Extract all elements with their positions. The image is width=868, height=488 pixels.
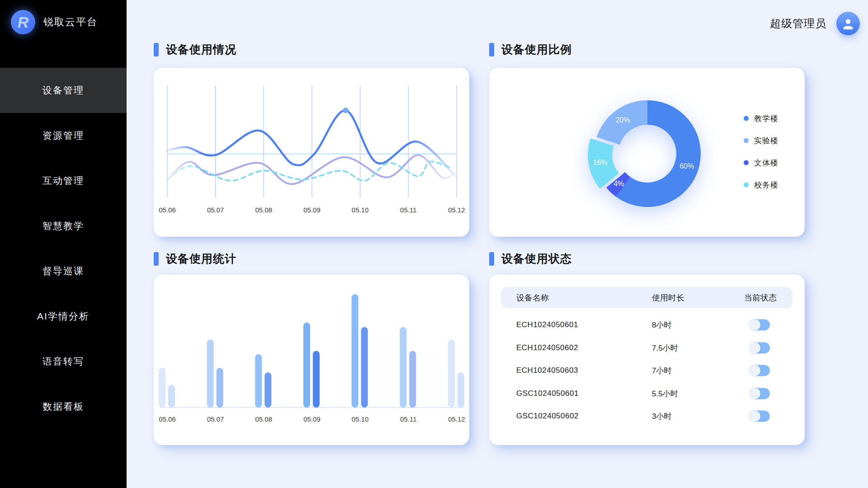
toggle-knob: [749, 319, 760, 331]
table-row-0: ECH10240506018小时: [501, 314, 793, 337]
sidebar: R 锐取云平台 设备管理资源管理互动管理智慧教学督导巡课AI学情分析语音转写数据…: [0, 0, 127, 488]
donut-chart: 60%4%16%20%: [489, 68, 805, 237]
panel-title-usage-ratio: 设备使用比例: [489, 42, 572, 57]
panel-title-text: 设备使用比例: [501, 42, 572, 57]
slice-pct-label: 4%: [613, 180, 624, 188]
legend-dot-icon: [744, 138, 749, 143]
slice-pct-label: 20%: [616, 116, 630, 124]
legend-item-教学楼: 教学楼: [744, 113, 778, 124]
toggle-knob: [749, 388, 760, 399]
bar-05.07-1: [207, 339, 214, 408]
usage-duration: 7小时: [652, 366, 671, 376]
bar-05.06-1: [159, 368, 165, 408]
user-avatar[interactable]: [836, 12, 860, 35]
person-icon: [841, 17, 855, 30]
usage-duration: 7.5小时: [652, 343, 678, 353]
sidebar-item-3[interactable]: 智慧教学: [0, 203, 127, 249]
status-toggle-1[interactable]: [749, 342, 770, 353]
panel-title-text: 设备使用情况: [166, 42, 236, 57]
bar-05.12-1: [448, 339, 455, 408]
toggle-knob: [749, 342, 760, 353]
logo-row: R 锐取云平台: [11, 10, 98, 34]
usage-duration: 3小时: [652, 411, 671, 422]
series-cyan: [167, 162, 452, 181]
sidebar-item-5[interactable]: AI学情分析: [0, 294, 127, 339]
x-tick-label: 05.08: [255, 206, 273, 214]
table-row-3: GSC10240506015.5小时: [501, 382, 793, 405]
panel-title-text: 设备使用状态: [501, 251, 572, 266]
x-tick-label: 05.12: [448, 415, 465, 423]
device-name: ECH1024050602: [516, 343, 578, 352]
legend-label: 实验楼: [754, 136, 778, 146]
bar-05.10-2: [361, 327, 368, 408]
x-tick-label: 05.07: [207, 206, 224, 214]
table-row-1: ECH10240506027.5小时: [501, 337, 793, 360]
legend-label: 文体楼: [754, 158, 778, 168]
sidebar-item-4[interactable]: 督导巡课: [0, 249, 127, 294]
device-name: ECH1024050601: [516, 320, 578, 329]
toggle-knob: [749, 411, 760, 422]
device-name: GSC1024050601: [516, 389, 579, 398]
table-body: ECH10240506018小时ECH10240506027.5小时ECH102…: [501, 314, 793, 428]
legend-dot-icon: [744, 183, 749, 188]
usage-ratio-card: 60%4%16%20% 教学楼实验楼文体楼校务楼: [489, 68, 805, 237]
panel-title-text: 设备使用统计: [166, 251, 236, 266]
x-tick-label: 05.09: [303, 415, 321, 423]
x-tick-label: 05.09: [303, 206, 321, 214]
table-row-2: ECH10240506037小时: [501, 359, 793, 382]
app-title: 锐取云平台: [43, 15, 98, 29]
legend-dot-icon: [744, 116, 749, 121]
title-accent-bar: [489, 252, 494, 266]
panel-title-usage-trend: 设备使用情况: [154, 42, 236, 57]
bar-chart: 05.0605.0705.0805.0905.1005.1105.12: [154, 275, 469, 445]
title-accent-bar: [154, 252, 159, 266]
sidebar-item-2[interactable]: 互动管理: [0, 158, 127, 203]
x-tick-label: 05.12: [448, 206, 465, 214]
user-area: 超级管理员: [770, 12, 860, 35]
panel-title-usage-status: 设备使用状态: [489, 251, 572, 266]
x-tick-label: 05.11: [400, 415, 416, 423]
sidebar-item-6[interactable]: 语音转写: [0, 339, 127, 384]
bar-05.11-2: [409, 351, 416, 408]
x-tick-label: 05.10: [352, 206, 369, 214]
bar-05.09-2: [313, 351, 320, 408]
bar-05.07-2: [217, 368, 223, 408]
title-accent-bar: [154, 43, 159, 56]
bar-05.12-2: [458, 372, 464, 408]
status-toggle-0[interactable]: [749, 319, 770, 331]
bar-05.10-1: [352, 294, 359, 408]
bar-05.06-2: [168, 385, 175, 408]
bar-05.11-1: [400, 327, 406, 408]
x-tick-label: 05.07: [207, 415, 224, 423]
table-header: 设备名称 使用时长 当前状态: [501, 287, 793, 308]
sidebar-item-0[interactable]: 设备管理: [0, 68, 127, 113]
sidebar-item-1[interactable]: 资源管理: [0, 113, 127, 158]
app-logo-icon: R: [11, 10, 35, 34]
legend-label: 校务楼: [754, 180, 778, 190]
x-tick-label: 05.06: [159, 206, 176, 214]
slice-pct-label: 16%: [593, 159, 608, 166]
bar-05.08-2: [264, 372, 271, 408]
status-toggle-4[interactable]: [749, 411, 770, 422]
table-row-4: GSC10240506023小时: [501, 405, 793, 428]
usage-duration: 8小时: [652, 320, 671, 330]
table-header-status: 当前状态: [744, 292, 777, 303]
panel-title-usage-stats: 设备使用统计: [154, 251, 236, 266]
legend-item-实验楼: 实验楼: [744, 136, 778, 146]
legend-item-文体楼: 文体楼: [744, 158, 778, 168]
device-name: ECH1024050603: [516, 366, 578, 375]
status-toggle-3[interactable]: [749, 388, 770, 399]
legend-label: 教学楼: [754, 113, 778, 124]
status-toggle-2[interactable]: [749, 365, 770, 376]
table-header-device-name: 设备名称: [516, 292, 549, 303]
bar-05.09-1: [303, 323, 310, 408]
toggle-knob: [749, 365, 760, 376]
peak-marker-dot: [343, 108, 349, 113]
legend-item-校务楼: 校务楼: [744, 180, 778, 190]
line-chart: 05.0605.0705.0805.0905.1005.1105.12: [154, 68, 469, 237]
sidebar-item-7[interactable]: 数据看板: [0, 384, 127, 429]
x-tick-label: 05.11: [400, 206, 416, 214]
device-name: GSC1024050602: [516, 412, 579, 421]
x-tick-label: 05.06: [159, 415, 176, 423]
bar-05.08-1: [255, 354, 262, 408]
